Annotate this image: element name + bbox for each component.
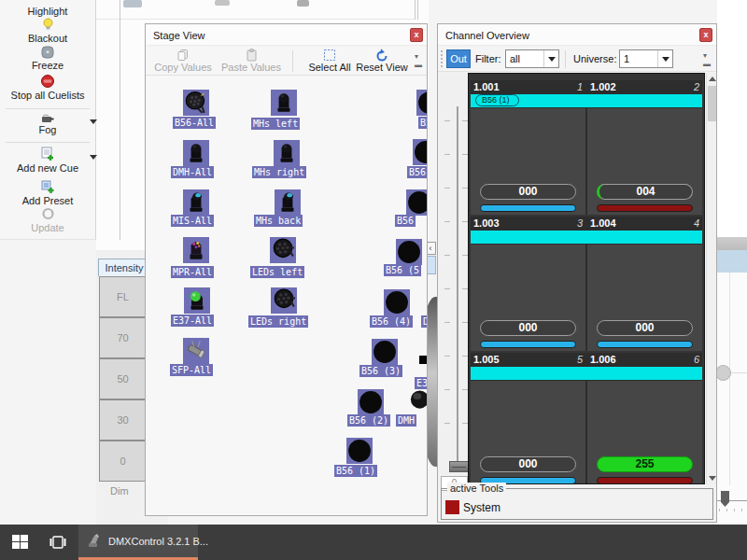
scroll-down-icon[interactable] — [707, 472, 717, 484]
fixture-icon-b5[interactable] — [416, 90, 428, 116]
channel-value-pill[interactable]: 255 — [597, 456, 693, 472]
fixture-icon-e37-all[interactable] — [184, 287, 210, 314]
fader-track[interactable] — [457, 106, 458, 472]
fixture-label[interactable]: B56 (3) — [359, 365, 402, 377]
fixture-icon-leds-left[interactable] — [270, 237, 296, 263]
channel-level-bar — [480, 341, 576, 348]
fixture-icon-e3[interactable] — [418, 339, 428, 381]
channel-cell-1.003[interactable]: 000 — [471, 245, 585, 351]
fixture-icon-dmh[interactable] — [409, 387, 428, 412]
fixture-label[interactable]: B5 — [418, 117, 428, 129]
svg-text:*: * — [46, 49, 49, 58]
stage-view-titlebar[interactable]: Stage View x — [146, 24, 427, 46]
fixture-label[interactable]: LEDs left — [250, 266, 304, 278]
channel-value-pill[interactable]: 000 — [597, 320, 693, 336]
task-view-button[interactable] — [49, 533, 67, 552]
fixture-icon-b56-1-[interactable] — [346, 438, 373, 464]
fixture-icon-sfp-all[interactable] — [183, 338, 209, 364]
fixture-icon-b56-all[interactable] — [183, 90, 209, 116]
intensity-preset-button-30[interactable]: 30 — [99, 399, 147, 441]
reset-view-icon — [349, 49, 415, 62]
fixture-label[interactable]: DMH-All — [171, 166, 214, 178]
channel-grid-scrollbar[interactable] — [706, 73, 717, 484]
fixture-label[interactable]: DMH — [396, 414, 416, 427]
channel-level-bar — [597, 204, 693, 212]
chevron-down-icon[interactable] — [657, 50, 672, 67]
fixture-label[interactable]: MHs right — [252, 166, 306, 178]
reset-view-button[interactable]: Reset View — [349, 49, 415, 74]
fixture-label[interactable]: B56 — [395, 215, 416, 227]
toolbar-overflow-icon[interactable]: ▾▬ — [415, 52, 422, 69]
fixture-icon-mhs-right[interactable] — [274, 140, 300, 166]
intensity-preset-button-70[interactable]: 70 — [99, 317, 147, 358]
fixture-label[interactable]: MHs back — [254, 215, 303, 227]
chevron-down-icon[interactable] — [543, 50, 558, 67]
filter-dropdown[interactable]: all — [505, 49, 559, 68]
channel-value-pill[interactable]: 000 — [480, 320, 576, 336]
taskbar-app-dmxcontrol[interactable]: DMXControl 3.2.1 B... — [78, 525, 198, 560]
fixture-label[interactable]: B56 (1) — [334, 465, 377, 477]
fixture-label[interactable]: B56 (4) — [370, 315, 413, 328]
knob[interactable] — [715, 365, 731, 381]
fixture-label[interactable]: B56 (2) — [347, 414, 390, 427]
fixture-icon-mpr-all[interactable] — [183, 237, 209, 263]
channel-cell-1.002[interactable]: 004 — [587, 108, 702, 215]
fixture-icon-b56-5[interactable] — [396, 239, 422, 265]
channel-value-pill[interactable]: 000 — [480, 184, 576, 200]
filter-label: Filter: — [475, 53, 501, 64]
dropdown-arrow-icon[interactable] — [90, 119, 97, 124]
fixture-label[interactable]: D — [421, 315, 428, 328]
fixture-icon-b56[interactable] — [406, 189, 428, 216]
dropdown-arrow-icon[interactable] — [90, 155, 97, 160]
channel-value-pill[interactable]: 004 — [597, 184, 693, 200]
copy-values-button[interactable]: Copy Values — [150, 49, 216, 74]
fixture-label[interactable]: MHs left — [251, 118, 300, 130]
universe-dropdown[interactable]: 1 — [619, 49, 673, 68]
close-icon[interactable]: x — [699, 28, 712, 42]
intensity-preset-button-fl[interactable]: FL — [99, 276, 147, 317]
fixture-label[interactable]: LEDs right — [248, 315, 308, 328]
fixture-icon-b56-4-[interactable] — [384, 289, 410, 315]
fixture-icon-mis-all[interactable] — [183, 189, 209, 216]
sidebar-item-label: Add Preset — [0, 195, 95, 207]
fixture-label[interactable]: B56 — [407, 166, 428, 178]
fixture-icon-leds-right[interactable] — [271, 287, 297, 314]
channel-overview-titlebar[interactable]: Channel Overview x — [438, 24, 716, 46]
taskbar-app-label: DMXControl 3.2.1 B... — [108, 536, 208, 547]
toolbar-overflow-icon[interactable]: ▾▬ — [703, 51, 711, 68]
intensity-preset-button-0[interactable]: 0 — [99, 441, 147, 482]
fixture-icon-dmh-all[interactable] — [183, 140, 209, 166]
fixture-label[interactable]: B56 (5 — [384, 264, 421, 276]
dimmer-label: Dim — [110, 485, 144, 497]
fixture-icon-b56-2-[interactable] — [358, 389, 384, 415]
windows-logo-icon — [9, 532, 32, 553]
out-toggle-button[interactable]: Out — [446, 49, 471, 68]
cuelist-sidebar: HighlightBlackout*FreezeStop all Cuelist… — [0, 0, 96, 240]
fixture-label[interactable]: E37-All — [171, 315, 214, 327]
channel-cell-1.005[interactable]: 000 — [471, 381, 585, 484]
divider — [729, 273, 730, 485]
scroll-up-icon[interactable] — [707, 73, 717, 85]
fader-handle[interactable] — [449, 461, 469, 472]
scrollbar-thumb[interactable] — [708, 86, 717, 121]
toolbar-button-label: Copy Values — [150, 62, 216, 73]
channel-number: 1 — [577, 81, 583, 92]
fader-tick — [444, 322, 450, 323]
channel-value-pill[interactable]: 000 — [480, 456, 576, 472]
fixture-label[interactable]: MIS-All — [171, 215, 214, 227]
fixture-icon-b56-3-[interactable] — [372, 339, 398, 365]
fixture-label[interactable]: SFP-All — [170, 364, 213, 376]
fixture-icon-mhs-left[interactable] — [271, 90, 297, 116]
start-button[interactable] — [9, 532, 32, 553]
channel-cell-1.001[interactable]: 000 — [471, 108, 585, 215]
channel-cell-1.004[interactable]: 000 — [587, 245, 702, 351]
channel-cell-1.006[interactable]: 255 — [587, 381, 702, 484]
fixture-icon-mhs-back[interactable] — [275, 189, 301, 216]
fixture-label[interactable]: B56-All — [173, 117, 216, 129]
paste-values-button[interactable]: Paste Values — [218, 49, 284, 74]
close-icon[interactable]: x — [410, 28, 423, 42]
intensity-preset-button-50[interactable]: 50 — [99, 358, 147, 399]
fixture-label[interactable]: MPR-All — [171, 266, 214, 278]
fixture-icon-b56[interactable] — [413, 139, 428, 165]
tab-intensity[interactable]: Intensity — [98, 259, 150, 276]
